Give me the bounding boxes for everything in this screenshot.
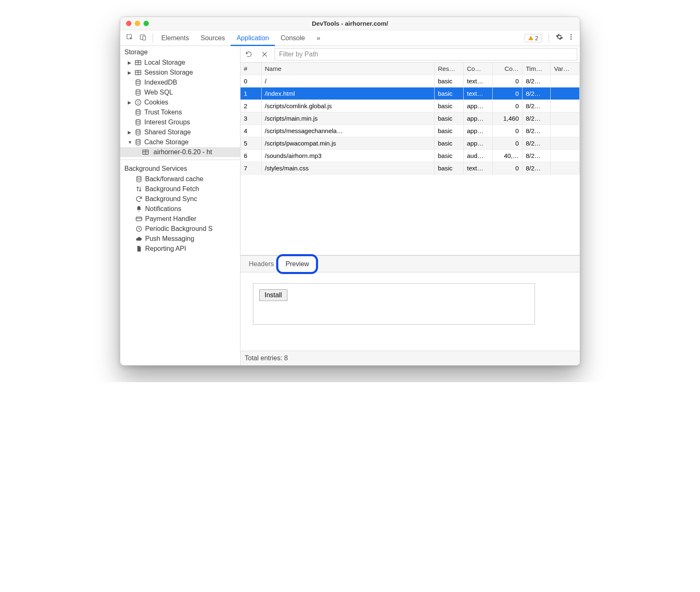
warning-icon <box>528 36 533 40</box>
svg-point-4 <box>571 36 572 38</box>
sidebar-item-back-forward-cache[interactable]: Back/forward cache <box>120 174 240 184</box>
table-row[interactable]: 3/scripts/main.min.jsbasicapp…1,4608/2… <box>241 112 580 125</box>
tab-console[interactable]: Console <box>275 30 311 46</box>
minimize-window-button[interactable] <box>135 21 140 26</box>
sidebar-item-shared-storage[interactable]: ▶Shared Storage <box>120 127 240 137</box>
col-header-name[interactable]: Name <box>261 63 435 75</box>
sidebar-item-cookies[interactable]: ▶Cookies <box>120 97 240 107</box>
svg-point-16 <box>136 119 141 121</box>
col-header-content[interactable]: Co… <box>464 63 493 75</box>
sidebar-item-periodic-background-s[interactable]: Periodic Background S <box>120 224 240 234</box>
svg-point-10 <box>135 99 141 105</box>
cell-vary <box>551 100 580 112</box>
sidebar-item-reporting-api[interactable]: Reporting API <box>120 244 240 254</box>
devtools-window: DevTools - airhorner.com/ Elements Sourc… <box>120 17 580 366</box>
cell-time: 8/2… <box>523 112 551 125</box>
col-header-content-length[interactable]: Co… <box>493 63 523 75</box>
cell-name: /styles/main.css <box>261 162 435 175</box>
sidebar-item-cache-entry[interactable]: airhorner-0.6.20 - ht <box>120 147 240 157</box>
table-row[interactable]: 7/styles/main.cssbasictext…08/2… <box>241 162 580 175</box>
sidebar-item-web-sql[interactable]: Web SQL <box>120 87 240 97</box>
db-icon <box>134 89 142 96</box>
tab-application[interactable]: Application <box>231 30 275 46</box>
install-button[interactable]: Install <box>259 289 287 301</box>
warnings-badge[interactable]: 2 <box>525 34 542 42</box>
sidebar-item-label: Reporting API <box>145 245 186 252</box>
status-bar: Total entries: 8 <box>241 351 580 365</box>
table-row[interactable]: 4/scripts/messagechannela…basicapp…08/2… <box>241 125 580 137</box>
sidebar-item-interest-groups[interactable]: Interest Groups <box>120 117 240 127</box>
cell-content-type: text… <box>464 162 493 175</box>
window-title: DevTools - airhorner.com/ <box>120 20 580 27</box>
refresh-button[interactable] <box>243 49 255 60</box>
tab-sources[interactable]: Sources <box>195 30 231 46</box>
resource-detail: Headers Preview Install <box>241 255 580 351</box>
col-header-response[interactable]: Res… <box>435 63 464 75</box>
detail-tab-preview[interactable]: Preview <box>280 256 315 272</box>
sidebar-item-label: airhorner-0.6.20 - ht <box>153 148 212 156</box>
table-row[interactable]: 2/scripts/comlink.global.jsbasicapp…08/2… <box>241 100 580 112</box>
sidebar-item-label: Background Fetch <box>145 185 199 193</box>
cell-time: 8/2… <box>523 87 551 100</box>
cell-vary <box>551 137 580 150</box>
sidebar-item-trust-tokens[interactable]: Trust Tokens <box>120 107 240 117</box>
sidebar-item-session-storage[interactable]: ▶Session Storage <box>120 68 240 78</box>
sidebar-item-local-storage[interactable]: ▶Local Storage <box>120 58 240 68</box>
tab-elements[interactable]: Elements <box>156 30 195 46</box>
table-row[interactable]: 6/sounds/airhorn.mp3basicaud…40,…8/2… <box>241 150 580 162</box>
sidebar-item-payment-handler[interactable]: Payment Handler <box>120 214 240 224</box>
svg-point-20 <box>137 176 141 178</box>
file-icon <box>135 245 143 252</box>
inspect-element-icon[interactable] <box>126 34 134 43</box>
sidebar-item-background-fetch[interactable]: Background Fetch <box>120 184 240 194</box>
delete-button[interactable] <box>259 49 270 60</box>
maximize-window-button[interactable] <box>143 21 149 26</box>
sidebar-item-notifications[interactable]: Notifications <box>120 204 240 214</box>
more-menu-icon[interactable] <box>567 33 575 43</box>
cell-time: 8/2… <box>523 150 551 162</box>
cell-vary <box>551 125 580 137</box>
table-row[interactable]: 0/basictext…08/2… <box>241 75 580 87</box>
sidebar-item-background-sync[interactable]: Background Sync <box>120 194 240 204</box>
cell-content-type: aud… <box>464 150 493 162</box>
tabs-overflow-button[interactable]: » <box>311 30 326 46</box>
warning-count: 2 <box>535 35 538 41</box>
preview-pane: Install <box>241 272 580 351</box>
col-header-vary[interactable]: Var… <box>551 63 580 75</box>
detail-tab-headers[interactable]: Headers <box>243 256 280 272</box>
sidebar-item-label: Back/forward cache <box>145 175 204 183</box>
cell-response: basic <box>435 100 464 112</box>
close-window-button[interactable] <box>126 21 131 26</box>
cell-index: 0 <box>241 75 261 87</box>
filter-toolbar <box>241 46 580 63</box>
device-toggle-icon[interactable] <box>139 34 147 43</box>
col-header-time[interactable]: Tim… <box>523 63 551 75</box>
cell-name: /scripts/main.min.js <box>261 112 435 125</box>
settings-gear-icon[interactable] <box>556 33 563 43</box>
table-header-row: # Name Res… Co… Co… Tim… Var… <box>241 63 580 75</box>
sidebar-item-label: Cookies <box>144 99 168 106</box>
col-header-index[interactable]: # <box>241 63 261 75</box>
db-icon <box>135 175 143 183</box>
expand-arrow-icon: ▶ <box>128 70 132 75</box>
sidebar-item-push-messaging[interactable]: Push Messaging <box>120 234 240 244</box>
table-icon <box>142 148 149 156</box>
sidebar-item-label: Periodic Background S <box>145 225 213 233</box>
table-row[interactable]: 5/scripts/pwacompat.min.jsbasicapp…08/2… <box>241 137 580 150</box>
sidebar-item-cache-storage[interactable]: ▼Cache Storage <box>120 137 240 147</box>
cell-content-length: 0 <box>493 162 523 175</box>
cell-index: 4 <box>241 125 261 137</box>
svg-point-9 <box>136 90 141 92</box>
cell-index: 6 <box>241 150 261 162</box>
card-icon <box>135 215 143 223</box>
filter-input[interactable] <box>275 48 577 61</box>
cell-time: 8/2… <box>523 125 551 137</box>
cell-content-type: app… <box>464 137 493 150</box>
expand-arrow-icon: ▶ <box>128 100 132 105</box>
clock-icon <box>135 225 143 233</box>
cell-name: /scripts/messagechannela… <box>261 125 435 137</box>
sidebar-item-indexeddb[interactable]: IndexedDB <box>120 78 240 87</box>
cache-table-wrap[interactable]: # Name Res… Co… Co… Tim… Var… 0/basictex… <box>241 63 580 255</box>
table-row[interactable]: 1/index.htmlbasictext…08/2… <box>241 87 580 100</box>
cell-response: basic <box>435 162 464 175</box>
